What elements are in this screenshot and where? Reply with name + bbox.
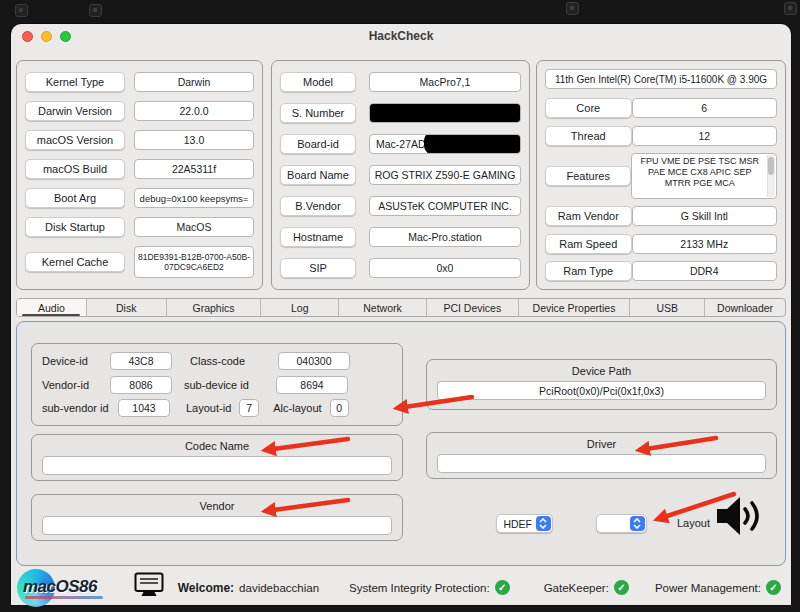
model-row: S. Number	[280, 103, 521, 123]
titlebar: HackCheck	[11, 24, 791, 48]
scrollbar-thumb[interactable]	[768, 157, 774, 175]
kernel-row: Disk Startup MacOS	[25, 217, 254, 237]
boot-arg-label[interactable]: Boot Arg	[25, 188, 125, 208]
board-id-label[interactable]: Board-id	[280, 134, 356, 154]
layout-id-value[interactable]: 7	[239, 399, 259, 417]
macos-build-value[interactable]: 22A5311f	[134, 159, 254, 179]
disk-startup-label[interactable]: Disk Startup	[25, 217, 125, 237]
hostname-value[interactable]: Mac-Pro.station	[369, 227, 521, 247]
tab-audio[interactable]: Audio	[17, 299, 87, 316]
board-vendor-label[interactable]: B.Vendor	[280, 196, 356, 216]
welcome-label: Welcome:	[178, 581, 234, 595]
tab-downloader[interactable]: Downloader	[705, 299, 785, 316]
speaker-icon	[715, 493, 763, 543]
board-name-label[interactable]: Board Name	[280, 165, 356, 185]
frame-icon-right-1[interactable]	[566, 2, 579, 15]
frame-icon-left-2[interactable]	[89, 4, 102, 17]
thread-value[interactable]: 12	[632, 126, 777, 146]
cpu-panel: 11th Gen Intel(R) Core(TM) i5-11600K @ 3…	[536, 60, 786, 290]
model-label[interactable]: Model	[280, 72, 356, 92]
class-code-label: Class-code	[190, 355, 262, 367]
alc-layout-value[interactable]: 0	[330, 399, 349, 417]
darwin-version-value[interactable]: 22.0.0	[134, 101, 254, 121]
device-path-box: Device Path PciRoot(0x0)/Pci(0x1f,0x3)	[426, 359, 777, 410]
tab-network[interactable]: Network	[339, 299, 427, 316]
cpu-row: Core 6	[545, 98, 777, 118]
sub-vendor-id-value[interactable]: 1043	[118, 399, 170, 417]
hostname-label[interactable]: Hostname	[280, 227, 356, 247]
frame-icon-left-1[interactable]	[15, 4, 28, 17]
codec-name-value[interactable]	[42, 456, 392, 475]
cpu-row: Ram Vendor G Skill Intl	[545, 206, 777, 226]
model-row: Hostname Mac-Pro.station	[280, 227, 521, 247]
ram-vendor-label[interactable]: Ram Vendor	[545, 206, 632, 226]
darwin-version-label[interactable]: Darwin Version	[25, 101, 125, 121]
sub-device-id-label: sub-device id	[184, 379, 264, 391]
window-title: HackCheck	[11, 29, 791, 43]
info-row-2: Vendor-id 8086 sub-device id 8694	[42, 376, 392, 394]
kernel-cache-label[interactable]: Kernel Cache	[25, 252, 125, 272]
power-management-status-label: Power Management:	[655, 582, 761, 594]
kernel-cache-value[interactable]: 81DE9391-B12B-0700-A50B-07DC9CA6ED2	[134, 246, 254, 278]
logo-subtext	[25, 596, 103, 599]
device-path-value[interactable]: PciRoot(0x0)/Pci(0x1f,0x3)	[437, 381, 766, 400]
layout-popup[interactable]	[596, 514, 647, 533]
disk-startup-value[interactable]: MacOS	[134, 217, 254, 237]
sub-vendor-id-label: sub-vendor id	[42, 402, 118, 414]
model-value[interactable]: MacPro7,1	[369, 72, 521, 92]
features-text: FPU VME DE PSE TSC MSR PAE MCE CX8 APIC …	[635, 156, 764, 189]
device-path-title: Device Path	[427, 360, 776, 377]
tab-log[interactable]: Log	[261, 299, 339, 316]
ram-vendor-value[interactable]: G Skill Intl	[632, 206, 777, 226]
cpu-name-value[interactable]: 11th Gen Intel(R) Core(TM) i5-11600K @ 3…	[545, 69, 777, 89]
board-id-value[interactable]: Mac-27AD	[369, 134, 521, 154]
kernel-type-value[interactable]: Darwin	[134, 72, 254, 92]
kernel-row: macOS Build 22A5311f	[25, 159, 254, 179]
ram-speed-label[interactable]: Ram Speed	[545, 234, 632, 254]
core-value[interactable]: 6	[632, 98, 777, 118]
kernel-type-label[interactable]: Kernel Type	[25, 72, 125, 92]
audio-device-info-box: Device-id 43C8 Class-code 040300 Vendor-…	[31, 343, 403, 426]
tab-device-properties[interactable]: Device Properties	[519, 299, 631, 316]
sip-label[interactable]: SIP	[280, 258, 356, 278]
macos-version-value[interactable]: 13.0	[134, 130, 254, 150]
hdef-popup-value: HDEF	[497, 518, 536, 530]
model-panel: Model MacPro7,1 S. Number Board-id Mac-2…	[271, 60, 530, 290]
ram-type-label[interactable]: Ram Type	[545, 261, 632, 281]
frame-icon-right-2[interactable]	[784, 2, 797, 15]
info-row-3: sub-vendor id 1043 Layout-id 7 Alc-layou…	[42, 399, 392, 417]
ram-speed-value[interactable]: 2133 MHz	[632, 234, 777, 254]
thread-label[interactable]: Thread	[545, 126, 632, 146]
features-value[interactable]: FPU VME DE PSE TSC MSR PAE MCE CX8 APIC …	[631, 153, 777, 199]
sip-value[interactable]: 0x0	[369, 258, 521, 278]
tab-pci-devices[interactable]: PCI Devices	[427, 299, 519, 316]
core-label[interactable]: Core	[545, 98, 632, 118]
features-label[interactable]: Features	[545, 166, 631, 186]
tab-usb[interactable]: USB	[630, 299, 705, 316]
codec-name-box: Codec Name	[31, 434, 403, 481]
tab-graphics[interactable]: Graphics	[167, 299, 262, 316]
ram-type-value[interactable]: DDR4	[632, 261, 777, 281]
layout-id-label: Layout-id	[186, 402, 231, 414]
macos-version-label[interactable]: macOS Version	[25, 130, 125, 150]
cpu-row: Ram Speed 2133 MHz	[545, 234, 777, 254]
vendor-box: Vendor	[31, 494, 403, 541]
hdef-popup[interactable]: HDEF	[496, 514, 553, 533]
vendor-id-value[interactable]: 8086	[110, 376, 172, 394]
driver-value[interactable]	[437, 454, 766, 473]
driver-box: Driver	[426, 432, 777, 479]
features-scrollbar[interactable]	[767, 155, 775, 197]
serial-number-label[interactable]: S. Number	[280, 103, 356, 123]
board-name-value[interactable]: ROG STRIX Z590-E GAMING	[369, 165, 521, 185]
serial-number-value[interactable]	[369, 103, 521, 123]
vendor-value[interactable]	[42, 516, 392, 535]
class-code-value[interactable]: 040300	[278, 352, 350, 370]
kernel-row: Kernel Cache 81DE9391-B12B-0700-A50B-07D…	[25, 246, 254, 278]
board-vendor-value[interactable]: ASUSTeK COMPUTER INC.	[369, 196, 521, 216]
boot-arg-value[interactable]: debug=0x100 keepsyms=	[134, 188, 254, 208]
device-id-value[interactable]: 43C8	[110, 352, 172, 370]
macos-build-label[interactable]: macOS Build	[25, 159, 125, 179]
tab-disk[interactable]: Disk	[87, 299, 167, 316]
sub-device-id-value[interactable]: 8694	[276, 376, 348, 394]
model-row: SIP 0x0	[280, 258, 521, 278]
